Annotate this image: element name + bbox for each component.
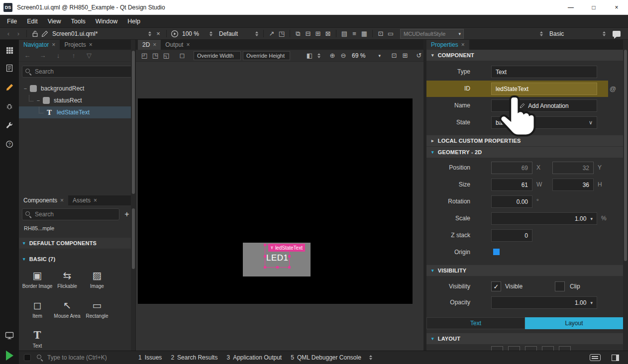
lock-icon[interactable]: [30, 29, 39, 38]
state-dropdown[interactable]: base state ∨: [491, 116, 597, 129]
close-icon[interactable]: ×: [186, 41, 190, 48]
minimize-button[interactable]: —: [559, 0, 582, 14]
canvas-zoom-selector[interactable]: 69 % ▾: [352, 52, 381, 59]
pane-search-results[interactable]: 2 Search Results: [171, 354, 217, 361]
close-icon[interactable]: ×: [153, 41, 156, 48]
position-x-field[interactable]: 69: [491, 162, 532, 174]
tab-properties[interactable]: Properties ×: [426, 40, 469, 50]
snap-parent-icon[interactable]: ◳: [151, 51, 160, 60]
document-selector[interactable]: Screen01.ui.qml*: [52, 30, 153, 37]
tree-item-ledstatetext[interactable]: T ledStateText: [19, 106, 136, 118]
section-visibility[interactable]: ▾ VISIBILITY: [426, 265, 623, 276]
anchor-fill-button[interactable]: [559, 346, 571, 351]
snap-none-icon[interactable]: ◰: [140, 51, 149, 60]
forward-icon[interactable]: ›: [14, 29, 23, 38]
z-stack-field[interactable]: 0: [491, 229, 532, 242]
target-selector[interactable]: Default: [219, 30, 260, 37]
locator-input[interactable]: [47, 354, 129, 361]
back-icon[interactable]: ‹: [4, 29, 13, 38]
show-bounds-icon[interactable]: ◻: [178, 51, 187, 60]
preview-zoom-selector[interactable]: 100 %: [182, 30, 214, 37]
annotation-edit-icon[interactable]: ⊡: [376, 29, 385, 38]
move-up-icon[interactable]: ↑: [69, 51, 78, 60]
scrollbar-thumb[interactable]: [624, 50, 627, 261]
run-button[interactable]: [0, 349, 19, 362]
menu-view[interactable]: View: [43, 15, 66, 27]
delete-icon[interactable]: ⊠: [323, 29, 332, 38]
pane-qml-debugger-console[interactable]: 5 QML Debugger Console: [291, 354, 361, 361]
menu-help[interactable]: Help: [122, 15, 145, 27]
stepper-icon[interactable]: [255, 31, 258, 36]
copy-icon[interactable]: ⧉: [294, 29, 303, 38]
close-icon[interactable]: ×: [52, 41, 55, 48]
pane-application-output[interactable]: 3 Application Output: [226, 354, 282, 361]
zoom-in-icon[interactable]: ⊕: [328, 51, 337, 60]
pane-issues[interactable]: 1 Issues: [138, 354, 162, 361]
properties-scrollbar[interactable]: [623, 40, 628, 351]
scrollbar-thumb[interactable]: [132, 208, 135, 269]
tab-output[interactable]: Output ×: [161, 40, 194, 50]
section-component[interactable]: ▾ COMPONENT: [426, 50, 623, 61]
resize-handle[interactable]: [264, 244, 266, 246]
menu-edit[interactable]: Edit: [22, 15, 43, 27]
empty-selector[interactable]: [496, 31, 544, 36]
anchor-right-button[interactable]: [542, 346, 554, 351]
type-field[interactable]: Text: [491, 66, 597, 78]
annotation-at-badge[interactable]: @: [610, 83, 616, 95]
section-default-components[interactable]: ▾ DEFAULT COMPONENTS: [19, 238, 136, 249]
tab-components[interactable]: Components ×: [19, 195, 68, 205]
tree-item-backgroundrect[interactable]: − backgroundRect: [19, 83, 136, 94]
navigator-scrollbar[interactable]: [131, 40, 135, 195]
maximize-button[interactable]: □: [582, 0, 605, 14]
override-height-input[interactable]: [246, 53, 287, 59]
led-state-text[interactable]: LED1: [266, 253, 289, 263]
export-icon[interactable]: ↗: [267, 29, 276, 38]
design-mode-icon[interactable]: [0, 81, 19, 93]
tab-2d[interactable]: 2D ×: [138, 40, 161, 50]
id-field[interactable]: ledStateText: [491, 83, 597, 95]
tab-assets[interactable]: Assets ×: [68, 195, 102, 205]
search-input[interactable]: [35, 68, 129, 75]
sidebar-toggle-icon[interactable]: [24, 354, 31, 361]
collapse-icon[interactable]: −: [23, 86, 28, 91]
origin-selector[interactable]: [493, 249, 500, 255]
menu-tools[interactable]: Tools: [66, 15, 91, 27]
override-width-field[interactable]: [194, 51, 241, 60]
anchor-left-button[interactable]: [525, 346, 537, 351]
section-local-custom-properties[interactable]: ▸ LOCAL CUSTOM PROPERTIES: [426, 135, 623, 146]
move-left-icon[interactable]: ←: [23, 51, 32, 60]
tree-item-statusrect[interactable]: − statusRect: [19, 94, 136, 106]
help-icon[interactable]: ?: [0, 138, 19, 151]
menu-file[interactable]: File: [2, 15, 22, 27]
component-item[interactable]: ◻ Item: [22, 297, 52, 324]
resize-handle[interactable]: [288, 255, 291, 258]
edit-mode-icon[interactable]: [0, 62, 19, 75]
welcome-grid-icon[interactable]: [0, 44, 19, 57]
section-basic[interactable]: ▾ BASIC (7): [19, 254, 136, 265]
comment-icon[interactable]: [612, 29, 621, 38]
override-width-input[interactable]: [197, 53, 237, 59]
root-item-backgroundrect[interactable]: T ledStateText LED1: [138, 98, 413, 304]
canvas[interactable]: T ledStateText LED1: [136, 62, 423, 351]
close-icon[interactable]: ×: [89, 41, 93, 48]
keyboard-shortcuts-icon[interactable]: ▤: [340, 29, 349, 38]
position-y-field[interactable]: 32: [552, 162, 594, 174]
stepper-icon[interactable]: [209, 31, 212, 36]
rotation-field[interactable]: 0.00: [491, 195, 532, 208]
add-annotation-button[interactable]: Add Annotation: [491, 99, 597, 112]
opacity-field[interactable]: 1.00 ▾: [491, 296, 597, 309]
menu-window[interactable]: Window: [91, 15, 122, 27]
component-border-image[interactable]: ▣ Border Image: [22, 268, 52, 294]
edit-document-icon[interactable]: [40, 29, 49, 38]
stepper-icon[interactable]: [603, 31, 606, 36]
project-module-label[interactable]: RH85...mple: [24, 225, 54, 231]
size-height-field[interactable]: 36: [552, 179, 594, 191]
stepper-icon[interactable]: [540, 31, 543, 36]
tab-projects[interactable]: Projects ×: [60, 40, 97, 50]
resize-handle[interactable]: [276, 266, 279, 269]
close-icon[interactable]: ×: [94, 197, 97, 204]
close-icon[interactable]: ×: [461, 41, 465, 48]
style-selector[interactable]: MCUDefaultStyle ▾: [400, 29, 464, 39]
anchor-top-button[interactable]: [491, 346, 503, 351]
section-geometry-2d[interactable]: ▾ GEOMETRY - 2D: [426, 147, 623, 158]
